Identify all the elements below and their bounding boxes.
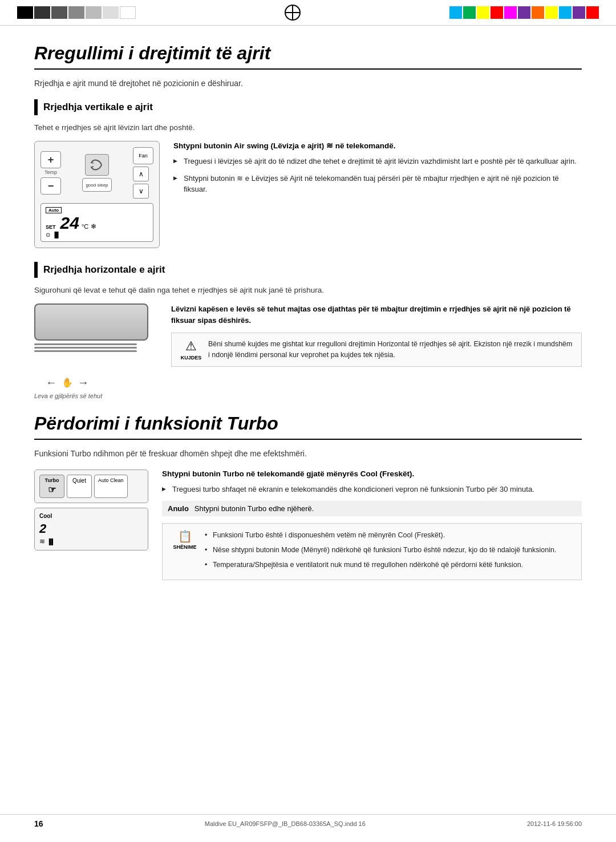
turbo-remote-control: Turbo ☞ Quiet Auto Clean Cool 2 ≋	[34, 469, 148, 550]
cool-label: Cool	[39, 513, 143, 519]
color-swatch-dark	[34, 6, 50, 19]
ac-vents	[34, 343, 148, 352]
warning-label-container: ⚠ KUJDES	[180, 339, 202, 361]
temperature-display: SET 24 °C ❄	[46, 214, 148, 232]
note-label-container: 📋 SHËNIME	[171, 529, 199, 550]
remote-display: Auto SET 24 °C ❄ ⊙ ▐▌	[40, 203, 153, 242]
color-swatch-cyan	[449, 6, 462, 19]
turbo-bullet-1: Treguesi turbo shfaqet në ekranin e tele…	[162, 484, 582, 495]
color-swatch-orange	[532, 6, 544, 19]
color-swatch-red2	[586, 6, 599, 19]
note-list: Funksioni Turbo është i disponueshëm vet…	[205, 529, 556, 570]
page-footer: 16 Maldive EU_AR09FSFP@_IB_DB68-03365A_S…	[0, 814, 616, 833]
vertical-bullet-1: Treguesi i lëvizjes së ajrit do të ndize…	[173, 156, 582, 167]
footer-file: Maldive EU_AR09FSFP@_IB_DB68-03365A_SQ.i…	[205, 820, 366, 827]
top-bar	[0, 0, 616, 26]
quiet-button[interactable]: Quiet	[67, 475, 92, 498]
vent-line-1	[34, 343, 137, 345]
arrow-down-btn[interactable]: ∨	[133, 184, 149, 199]
color-swatch-purple	[518, 6, 530, 19]
color-swatch-cyan2	[559, 6, 572, 19]
vertical-bullets: Treguesi i lëvizjes së ajrit do të ndize…	[173, 156, 582, 195]
vertical-instructions: Shtypni butonin Air swing (Lëvizja e ajr…	[173, 141, 582, 201]
turbo-signal-icon: ▐▌	[47, 539, 55, 545]
turbo-instruction-bold: Shtypni butonin Turbo në telekomandë gja…	[162, 469, 582, 478]
section1-intro: Rrjedhja e ajrit mund të drejtohet në po…	[34, 79, 582, 88]
turbo-display: Cool 2 ≋ ▐▌	[34, 508, 148, 550]
ac-body	[34, 303, 148, 341]
color-swatch-purple2	[573, 6, 585, 19]
turbo-button[interactable]: Turbo ☞	[39, 475, 64, 498]
swing-button[interactable]	[85, 154, 109, 176]
color-swatch-lighter	[103, 6, 119, 19]
color-swatch-yellow2	[545, 6, 558, 19]
auto-clean-button[interactable]: Auto Clean	[94, 475, 128, 498]
turbo-display-icons: ≋ ▐▌	[39, 537, 143, 545]
subsection-horizontal-header: Rrjedhja horizontale e ajrit	[34, 262, 582, 278]
subsection-vertical-header: Rrjedhja vertikale e ajrit	[34, 99, 582, 115]
note-item-3: Temperatura/Shpejtësia e ventilatorit nu…	[205, 559, 556, 570]
page-number: 16	[34, 819, 43, 828]
hand-icon: ✋	[62, 377, 73, 388]
section-2-turbo: Përdorimi i funksionit Turbo Funksioni T…	[34, 413, 582, 580]
warning-box: ⚠ KUJDES Bëni shumë kujdes me gishtat ku…	[171, 333, 582, 367]
subsection-vertical: Rrjedhja vertikale e ajrit Tehet e rrjed…	[34, 99, 582, 248]
footer-date: 2012-11-6 19:56:00	[527, 820, 582, 827]
vertical-instruction-bold: Shtypni butonin Air swing (Lëvizja e ajr…	[173, 141, 582, 150]
fan-button[interactable]: Fan	[133, 147, 153, 164]
shenime-label: SHËNIME	[171, 544, 199, 550]
note-content: Funksioni Turbo është i disponueshëm vet…	[205, 529, 556, 574]
turbo-bullets: Treguesi turbo shfaqet në ekranin e tele…	[162, 484, 582, 495]
color-swatch-white	[120, 6, 136, 19]
turbo-temp-value: 2	[39, 521, 46, 536]
turbo-title: Përdorimi i funksionit Turbo	[34, 413, 582, 440]
set-label: SET	[46, 224, 56, 230]
temp-controls: + Temp −	[40, 151, 61, 195]
black-bar-indicator-2	[34, 262, 38, 278]
anulo-text: Shtypni butonin Turbo edhe njëherë.	[194, 504, 314, 513]
arrow-up-btn[interactable]: ∧	[133, 167, 149, 181]
turbo-buttons-row: Turbo ☞ Quiet Auto Clean	[34, 469, 148, 503]
color-swatch-red	[491, 6, 503, 19]
temp-label: Temp	[40, 169, 61, 175]
color-swatch-green	[463, 6, 476, 19]
page-content: Rregullimi i drejtimit të ajrit Rrjedhja…	[0, 26, 616, 617]
color-swatch-black	[17, 6, 33, 19]
movement-arrows: ← ✋ →	[46, 376, 89, 389]
temp-minus-btn[interactable]: −	[40, 177, 61, 195]
subsection-vertical-title: Rrjedhja vertikale e ajrit	[43, 102, 153, 113]
horizontal-instructions: Lëvizni kapësen e levës së tehut majtas …	[171, 303, 582, 367]
turbo-content-row: Turbo ☞ Quiet Auto Clean Cool 2 ≋	[34, 469, 582, 580]
color-swatch-magenta	[504, 6, 517, 19]
turbo-instructions: Shtypni butonin Turbo në telekomandë gja…	[162, 469, 582, 580]
reg-marks-left	[17, 6, 136, 19]
ac-drawing-container: ← ✋ →	[34, 303, 154, 389]
subsection-horizontal-title: Rrjedhja horizontale e ajrit	[43, 264, 165, 276]
remote-top-row: + Temp −	[40, 147, 153, 199]
warning-text: Bëni shumë kujdes me gishtat kur rregull…	[208, 339, 573, 361]
fan-speed-icon: ⊙	[46, 232, 50, 238]
warning-triangle-icon: ⚠	[185, 339, 197, 354]
note-item-1: Funksioni Turbo është i disponueshëm vet…	[205, 529, 556, 541]
registration-mark-center	[285, 5, 301, 21]
lever-label: Leva e gjilpërës së tehut	[34, 392, 160, 399]
turbo-finger-icon: ☞	[43, 484, 60, 495]
page-title: Rregullimi i drejtimit të ajrit	[34, 43, 582, 70]
ac-unit-mockup: ← ✋ → Leva e gjilpërës së tehut	[34, 303, 160, 399]
note-doc-icon: 📋	[178, 529, 192, 543]
display-top-row: Auto	[46, 207, 148, 213]
good-sleep-button[interactable]: good sleep	[82, 178, 112, 192]
color-blocks-right	[449, 6, 599, 19]
horizontal-content-row: ← ✋ → Leva e gjilpërës së tehut Lëvizni …	[34, 303, 582, 399]
display-icons-row: ⊙ ▐▌	[46, 232, 148, 238]
color-swatch-light	[86, 6, 102, 19]
temp-plus-btn[interactable]: +	[40, 151, 61, 168]
auto-badge: Auto	[46, 207, 62, 213]
vent-line-3	[34, 350, 137, 352]
section-1: Rregullimi i drejtimit të ajrit Rrjedhja…	[34, 43, 582, 399]
temp-unit: °C	[82, 223, 88, 230]
anulo-row: Anulo Shtypni butonin Turbo edhe njëherë…	[162, 501, 582, 516]
color-blocks-left	[17, 6, 136, 19]
remote-center-controls: good sleep	[82, 154, 112, 192]
remote-control-vertical: + Temp −	[34, 141, 160, 248]
